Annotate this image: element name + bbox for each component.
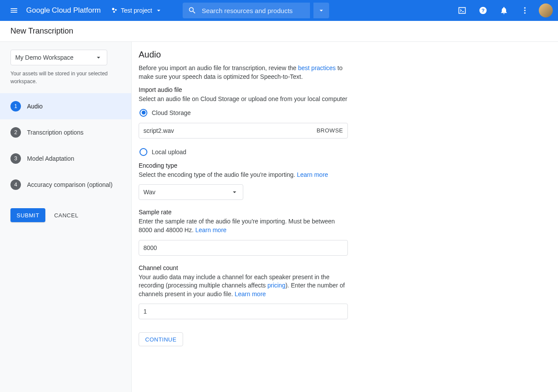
channel-count-help: Your audio data may include a channel fo… xyxy=(139,273,348,299)
help-icon[interactable]: ? xyxy=(474,2,492,19)
workspace-selected-label: My Demo Workspace xyxy=(15,54,74,61)
chevron-down-icon xyxy=(231,188,238,196)
radio-label: Local upload xyxy=(152,149,186,155)
project-picker[interactable]: Test project xyxy=(107,3,167,18)
browse-button[interactable]: BROWSE xyxy=(316,127,343,134)
radio-icon xyxy=(140,109,147,117)
page-header: New Transcription xyxy=(0,21,558,42)
page-title: New Transcription xyxy=(10,27,73,36)
search-icon xyxy=(188,6,197,15)
top-nav-bar: Google Cloud Platform Test project ? xyxy=(0,0,558,21)
radio-cloud-storage[interactable]: Cloud Storage xyxy=(140,109,548,117)
chevron-down-icon xyxy=(155,7,163,14)
content: My Demo Workspace Your assets will be st… xyxy=(0,42,558,392)
hamburger-menu-icon[interactable] xyxy=(5,2,23,19)
step-label: Model Adaptation xyxy=(27,155,74,162)
search-dropdown[interactable] xyxy=(313,3,329,18)
svg-point-5 xyxy=(524,7,525,9)
intro-text: Before you import an audio file for tran… xyxy=(139,64,348,81)
cloud-file-value: script2.wav xyxy=(143,127,174,134)
notifications-icon[interactable] xyxy=(495,2,513,19)
channel-count-heading: Channel count xyxy=(139,264,548,271)
cancel-button[interactable]: CANCEL xyxy=(54,212,78,219)
step-accuracy-comparison[interactable]: 4 Accuracy comparison (optional) xyxy=(0,172,131,198)
radio-local-upload[interactable]: Local upload xyxy=(140,148,548,156)
best-practices-link[interactable]: best practices xyxy=(298,64,336,71)
step-number: 2 xyxy=(10,127,21,138)
svg-point-6 xyxy=(524,10,525,11)
sidebar: My Demo Workspace Your assets will be st… xyxy=(0,42,132,392)
svg-point-0 xyxy=(112,8,114,10)
svg-point-7 xyxy=(524,12,525,14)
radio-label: Cloud Storage xyxy=(152,109,191,116)
platform-logo[interactable]: Google Cloud Platform xyxy=(26,6,101,15)
workspace-select[interactable]: My Demo Workspace xyxy=(10,50,107,65)
search-input[interactable] xyxy=(202,7,305,14)
svg-text:?: ? xyxy=(481,7,484,13)
sample-rate-heading: Sample rate xyxy=(139,209,548,216)
user-avatar[interactable] xyxy=(539,3,553,17)
step-number: 4 xyxy=(10,179,21,190)
pricing-link[interactable]: pricing xyxy=(267,282,285,289)
cloud-file-field[interactable]: script2.wav BROWSE xyxy=(139,123,348,139)
svg-point-2 xyxy=(113,11,115,13)
sample-learn-more-link[interactable]: Learn more xyxy=(195,226,227,233)
encoding-value: Wav xyxy=(143,189,155,196)
step-model-adaptation[interactable]: 3 Model Adaptation xyxy=(0,145,131,172)
workspace-help-text: Your assets will be stored in your selec… xyxy=(10,70,121,85)
step-label: Accuracy comparison (optional) xyxy=(27,181,112,188)
step-transcription-options[interactable]: 2 Transcription options xyxy=(0,119,131,145)
sample-rate-input[interactable] xyxy=(139,240,348,256)
step-number: 1 xyxy=(10,101,21,112)
channel-count-input[interactable] xyxy=(139,304,348,319)
svg-point-1 xyxy=(115,9,117,11)
logo-text-rest: Cloud Platform xyxy=(52,6,101,15)
step-label: Transcription options xyxy=(27,129,83,136)
logo-text-bold: Google xyxy=(26,6,50,15)
chevron-down-icon xyxy=(95,54,102,61)
project-name: Test project xyxy=(121,7,152,14)
sample-rate-help: Enter the sample rate of the audio file … xyxy=(139,217,348,234)
search-box[interactable] xyxy=(183,3,310,18)
project-icon xyxy=(111,7,118,14)
encoding-help: Select the encoding type of the audio fi… xyxy=(139,171,348,179)
step-number: 3 xyxy=(10,153,21,164)
chevron-down-icon xyxy=(317,7,325,14)
step-label: Audio xyxy=(27,103,43,110)
section-title: Audio xyxy=(139,50,548,60)
more-vert-icon[interactable] xyxy=(516,2,534,19)
continue-button[interactable]: CONTINUE xyxy=(139,332,183,346)
import-help: Select an audio file on Cloud Storage or… xyxy=(139,95,348,104)
submit-button[interactable]: SUBMIT xyxy=(10,208,45,222)
encoding-heading: Encoding type xyxy=(139,162,548,169)
cloud-shell-icon[interactable] xyxy=(453,2,471,19)
radio-icon xyxy=(140,148,147,156)
encoding-learn-more-link[interactable]: Learn more xyxy=(297,171,328,178)
main-form: Audio Before you import an audio file fo… xyxy=(132,42,558,392)
step-audio[interactable]: 1 Audio xyxy=(0,93,131,119)
channel-learn-more-link[interactable]: Learn more xyxy=(235,291,266,297)
import-heading: Import audio file xyxy=(139,86,548,93)
encoding-select[interactable]: Wav xyxy=(139,184,243,200)
